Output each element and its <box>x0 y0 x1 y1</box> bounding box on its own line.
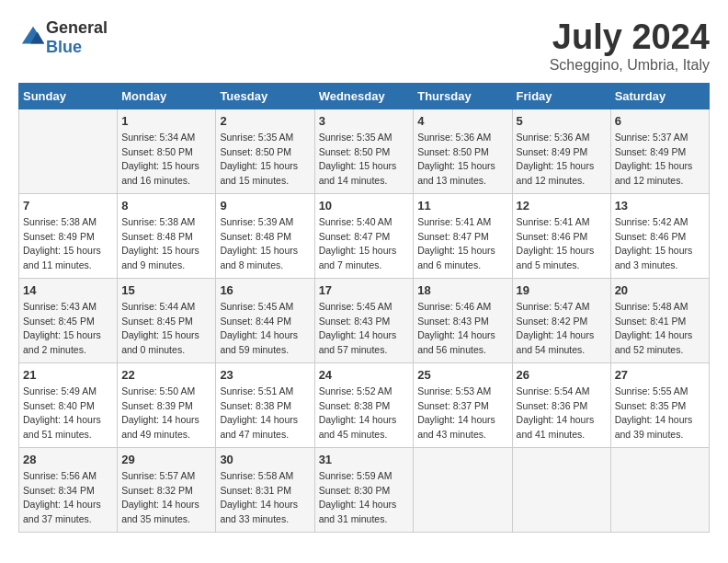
weekday-header: Friday <box>512 83 610 109</box>
day-info: Sunrise: 5:40 AM Sunset: 8:47 PM Dayligh… <box>319 215 410 273</box>
logo: General Blue <box>18 18 108 57</box>
day-number: 10 <box>319 199 410 213</box>
weekday-header: Saturday <box>610 83 709 109</box>
calendar-cell <box>19 109 118 193</box>
day-info: Sunrise: 5:37 AM Sunset: 8:49 PM Dayligh… <box>615 131 705 189</box>
calendar-cell: 6Sunrise: 5:37 AM Sunset: 8:49 PM Daylig… <box>610 109 709 193</box>
logo-text: General Blue <box>46 18 108 57</box>
day-number: 20 <box>615 283 705 297</box>
calendar-cell <box>512 447 610 532</box>
day-info: Sunrise: 5:43 AM Sunset: 8:45 PM Dayligh… <box>23 300 113 358</box>
day-info: Sunrise: 5:49 AM Sunset: 8:40 PM Dayligh… <box>23 385 113 442</box>
day-info: Sunrise: 5:59 AM Sunset: 8:30 PM Dayligh… <box>319 469 410 527</box>
calendar-cell: 15Sunrise: 5:44 AM Sunset: 8:45 PM Dayli… <box>118 278 216 362</box>
day-number: 8 <box>121 199 211 213</box>
calendar-cell: 26Sunrise: 5:54 AM Sunset: 8:36 PM Dayli… <box>512 362 610 447</box>
day-info: Sunrise: 5:55 AM Sunset: 8:35 PM Dayligh… <box>615 385 705 442</box>
day-number: 12 <box>517 199 607 213</box>
calendar-cell: 7Sunrise: 5:38 AM Sunset: 8:49 PM Daylig… <box>19 193 118 278</box>
day-number: 31 <box>319 453 410 466</box>
calendar-cell: 13Sunrise: 5:42 AM Sunset: 8:46 PM Dayli… <box>610 193 709 278</box>
calendar-cell: 3Sunrise: 5:35 AM Sunset: 8:50 PM Daylig… <box>314 109 414 193</box>
calendar-week-row: 28Sunrise: 5:56 AM Sunset: 8:34 PM Dayli… <box>19 447 710 532</box>
calendar-cell: 28Sunrise: 5:56 AM Sunset: 8:34 PM Dayli… <box>19 447 118 532</box>
day-info: Sunrise: 5:50 AM Sunset: 8:39 PM Dayligh… <box>121 385 211 442</box>
day-number: 4 <box>417 114 507 128</box>
day-number: 9 <box>220 199 310 213</box>
calendar-cell: 25Sunrise: 5:53 AM Sunset: 8:37 PM Dayli… <box>414 362 512 447</box>
day-number: 1 <box>121 114 211 128</box>
day-number: 5 <box>517 114 607 128</box>
day-info: Sunrise: 5:48 AM Sunset: 8:41 PM Dayligh… <box>615 300 705 358</box>
logo-blue: Blue <box>46 38 82 56</box>
calendar-cell: 18Sunrise: 5:46 AM Sunset: 8:43 PM Dayli… <box>414 278 512 362</box>
calendar-cell: 11Sunrise: 5:41 AM Sunset: 8:47 PM Dayli… <box>414 193 512 278</box>
calendar-cell: 24Sunrise: 5:52 AM Sunset: 8:38 PM Dayli… <box>314 362 414 447</box>
day-info: Sunrise: 5:44 AM Sunset: 8:45 PM Dayligh… <box>121 300 211 358</box>
calendar-cell: 1Sunrise: 5:34 AM Sunset: 8:50 PM Daylig… <box>118 109 216 193</box>
day-number: 28 <box>23 453 113 466</box>
calendar-cell: 29Sunrise: 5:57 AM Sunset: 8:32 PM Dayli… <box>118 447 216 532</box>
calendar-week-row: 7Sunrise: 5:38 AM Sunset: 8:49 PM Daylig… <box>19 193 710 278</box>
day-number: 14 <box>23 283 113 297</box>
day-info: Sunrise: 5:42 AM Sunset: 8:46 PM Dayligh… <box>615 215 705 273</box>
day-info: Sunrise: 5:51 AM Sunset: 8:38 PM Dayligh… <box>220 385 310 442</box>
day-number: 29 <box>121 453 211 466</box>
day-info: Sunrise: 5:35 AM Sunset: 8:50 PM Dayligh… <box>319 131 410 189</box>
weekday-header: Wednesday <box>314 83 414 109</box>
day-info: Sunrise: 5:52 AM Sunset: 8:38 PM Dayligh… <box>319 385 410 442</box>
calendar-cell: 21Sunrise: 5:49 AM Sunset: 8:40 PM Dayli… <box>19 362 118 447</box>
day-info: Sunrise: 5:58 AM Sunset: 8:31 PM Dayligh… <box>220 469 310 527</box>
logo-icon <box>20 25 46 51</box>
day-info: Sunrise: 5:57 AM Sunset: 8:32 PM Dayligh… <box>121 469 211 527</box>
calendar-cell: 22Sunrise: 5:50 AM Sunset: 8:39 PM Dayli… <box>118 362 216 447</box>
weekday-header: Sunday <box>19 83 118 109</box>
day-number: 18 <box>417 283 507 297</box>
calendar-cell <box>610 447 709 532</box>
calendar-cell: 17Sunrise: 5:45 AM Sunset: 8:43 PM Dayli… <box>314 278 414 362</box>
calendar-cell: 16Sunrise: 5:45 AM Sunset: 8:44 PM Dayli… <box>216 278 314 362</box>
day-info: Sunrise: 5:46 AM Sunset: 8:43 PM Dayligh… <box>417 300 507 358</box>
weekday-header-row: SundayMondayTuesdayWednesdayThursdayFrid… <box>19 83 710 109</box>
day-info: Sunrise: 5:35 AM Sunset: 8:50 PM Dayligh… <box>220 131 310 189</box>
calendar-cell: 4Sunrise: 5:36 AM Sunset: 8:50 PM Daylig… <box>414 109 512 193</box>
day-number: 26 <box>517 368 607 382</box>
day-number: 27 <box>615 368 705 382</box>
day-number: 6 <box>615 114 705 128</box>
calendar-cell: 23Sunrise: 5:51 AM Sunset: 8:38 PM Dayli… <box>216 362 314 447</box>
calendar-cell: 20Sunrise: 5:48 AM Sunset: 8:41 PM Dayli… <box>610 278 709 362</box>
day-number: 25 <box>417 368 507 382</box>
day-number: 24 <box>319 368 410 382</box>
calendar-cell: 5Sunrise: 5:36 AM Sunset: 8:49 PM Daylig… <box>512 109 610 193</box>
calendar-cell: 30Sunrise: 5:58 AM Sunset: 8:31 PM Dayli… <box>216 447 314 532</box>
calendar-cell: 27Sunrise: 5:55 AM Sunset: 8:35 PM Dayli… <box>610 362 709 447</box>
calendar-cell: 10Sunrise: 5:40 AM Sunset: 8:47 PM Dayli… <box>314 193 414 278</box>
day-info: Sunrise: 5:45 AM Sunset: 8:44 PM Dayligh… <box>220 300 310 358</box>
page-header: General Blue July 2024 Scheggino, Umbria… <box>18 18 710 74</box>
calendar-week-row: 14Sunrise: 5:43 AM Sunset: 8:45 PM Dayli… <box>19 278 710 362</box>
day-number: 16 <box>220 283 310 297</box>
day-number: 11 <box>417 199 507 213</box>
calendar-cell: 19Sunrise: 5:47 AM Sunset: 8:42 PM Dayli… <box>512 278 610 362</box>
day-info: Sunrise: 5:47 AM Sunset: 8:42 PM Dayligh… <box>517 300 607 358</box>
location-title: Scheggino, Umbria, Italy <box>550 57 710 74</box>
title-block: July 2024 Scheggino, Umbria, Italy <box>550 18 710 74</box>
calendar-week-row: 1Sunrise: 5:34 AM Sunset: 8:50 PM Daylig… <box>19 109 710 193</box>
day-info: Sunrise: 5:56 AM Sunset: 8:34 PM Dayligh… <box>23 469 113 527</box>
weekday-header: Monday <box>118 83 216 109</box>
day-number: 30 <box>220 453 310 466</box>
day-number: 22 <box>121 368 211 382</box>
weekday-header: Thursday <box>414 83 512 109</box>
day-number: 15 <box>121 283 211 297</box>
day-number: 7 <box>23 199 113 213</box>
day-info: Sunrise: 5:38 AM Sunset: 8:48 PM Dayligh… <box>121 215 211 273</box>
weekday-header: Tuesday <box>216 83 314 109</box>
day-info: Sunrise: 5:41 AM Sunset: 8:46 PM Dayligh… <box>517 215 607 273</box>
calendar-cell: 12Sunrise: 5:41 AM Sunset: 8:46 PM Dayli… <box>512 193 610 278</box>
day-info: Sunrise: 5:54 AM Sunset: 8:36 PM Dayligh… <box>517 385 607 442</box>
day-number: 19 <box>517 283 607 297</box>
day-number: 23 <box>220 368 310 382</box>
calendar-cell: 31Sunrise: 5:59 AM Sunset: 8:30 PM Dayli… <box>314 447 414 532</box>
calendar-cell <box>414 447 512 532</box>
calendar-cell: 2Sunrise: 5:35 AM Sunset: 8:50 PM Daylig… <box>216 109 314 193</box>
